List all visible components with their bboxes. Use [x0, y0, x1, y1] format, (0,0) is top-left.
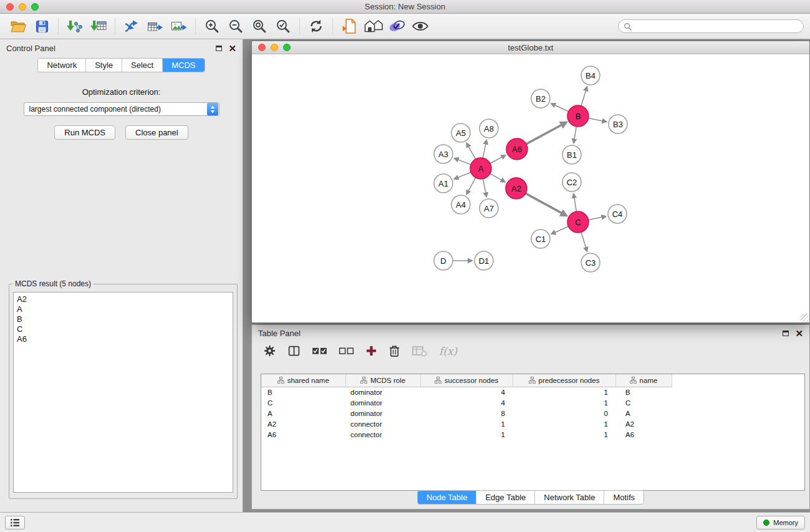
graph-node-A1[interactable]: A1	[434, 174, 453, 193]
table-row[interactable]: Cdominator41C	[261, 397, 672, 408]
mcds-result-item[interactable]: A6	[17, 334, 229, 344]
graph-node-A7[interactable]: A7	[480, 199, 498, 218]
zoom-in-button[interactable]	[200, 16, 224, 36]
save-session-button[interactable]	[30, 16, 54, 36]
filter-venn-button[interactable]	[385, 16, 408, 36]
zoom-selected-button[interactable]	[271, 16, 295, 36]
select-all-button[interactable]	[312, 346, 327, 356]
minimize-window-button[interactable]	[19, 3, 26, 11]
graph-edge-B-B3[interactable]	[589, 118, 607, 122]
open-file-button[interactable]	[6, 16, 30, 36]
search-input[interactable]	[635, 22, 798, 31]
graph-node-D[interactable]: D	[434, 251, 453, 270]
graph-edge-C-C3[interactable]	[581, 232, 587, 251]
graph-node-C2[interactable]: C2	[562, 173, 581, 191]
maximize-window-button[interactable]	[31, 3, 39, 11]
table-row[interactable]: Adominator80A	[261, 408, 672, 418]
graph-node-B3[interactable]: B3	[609, 115, 627, 133]
add-column-button[interactable]	[365, 345, 377, 357]
tab-motifs[interactable]: Motifs	[604, 491, 644, 504]
close-panel-button[interactable]: Close panel	[125, 125, 188, 140]
tab-edge-table[interactable]: Edge Table	[476, 491, 534, 504]
mcds-result-item[interactable]: C	[17, 324, 229, 334]
graph-node-B1[interactable]: B1	[562, 145, 581, 164]
graph-node-A3[interactable]: A3	[434, 145, 453, 163]
graph-edge-B-B4[interactable]	[581, 87, 587, 106]
mcds-result-item[interactable]: A	[17, 304, 229, 314]
show-hide-button[interactable]	[408, 16, 432, 36]
graph-edge-A-A4[interactable]	[466, 178, 476, 195]
graph-edge-A2-C[interactable]	[526, 193, 567, 216]
graph-node-C1[interactable]: C1	[531, 230, 550, 248]
graph-node-A8[interactable]: A8	[480, 119, 498, 138]
graph-node-A5[interactable]: A5	[451, 123, 470, 142]
graph-node-A2[interactable]: A2	[506, 178, 527, 199]
graph-node-D1[interactable]: D1	[475, 251, 493, 270]
column-header-predecessor-nodes[interactable]: predecessor nodes	[513, 374, 615, 387]
graph-edge-A-A5[interactable]	[466, 143, 475, 160]
graph-node-B4[interactable]: B4	[581, 66, 600, 85]
criterion-dropdown[interactable]: largest connected component (directed)	[24, 102, 219, 116]
open-recent-button[interactable]	[337, 16, 361, 36]
function-builder-button[interactable]: f(x)	[439, 345, 457, 357]
graph-node-A6[interactable]: A6	[506, 138, 528, 160]
export-network-button[interactable]	[120, 16, 143, 36]
export-image-button[interactable]	[167, 16, 191, 36]
table-settings-button[interactable]	[263, 344, 276, 357]
import-table-button[interactable]	[87, 16, 110, 36]
table-row[interactable]: A2connector11A2	[261, 418, 672, 429]
graph-edge-A-A6[interactable]	[490, 155, 506, 163]
column-header-successor-nodes[interactable]: successor nodes	[420, 374, 513, 387]
graph-node-B[interactable]: B	[567, 105, 589, 127]
export-table-button[interactable]	[143, 16, 167, 36]
graph-node-C3[interactable]: C3	[581, 253, 600, 272]
graph-edge-A-A7[interactable]	[483, 179, 486, 197]
graph-edge-A-A2[interactable]	[490, 173, 505, 181]
graph-node-B2[interactable]: B2	[531, 89, 550, 108]
search-box[interactable]	[618, 19, 804, 33]
import-network-button[interactable]	[63, 16, 87, 36]
network-window-titlebar[interactable]: testGlobe.txt	[252, 41, 809, 54]
node-table-container[interactable]: shared name MCDS role successor nodes pr…	[261, 374, 805, 491]
graph-node-C[interactable]: C	[567, 211, 589, 233]
tab-network[interactable]: Network	[38, 59, 85, 72]
mcds-result-item[interactable]: A2	[17, 294, 229, 304]
deselect-all-button[interactable]	[339, 346, 354, 356]
tab-mcds[interactable]: MCDS	[162, 59, 204, 72]
delete-table-button[interactable]	[412, 345, 428, 357]
home-views-button[interactable]	[361, 16, 385, 36]
column-header-shared-name[interactable]: shared name	[261, 374, 345, 387]
graph-edge-A-A1[interactable]	[455, 172, 471, 179]
graph-edge-B-B1[interactable]	[574, 127, 576, 143]
float-panel-icon[interactable]	[216, 46, 222, 51]
show-column-button[interactable]	[287, 344, 301, 357]
graph-node-C4[interactable]: C4	[608, 205, 627, 223]
window-resize-grip[interactable]	[801, 314, 809, 322]
close-panel-icon[interactable]: ✕	[228, 46, 236, 52]
zoom-out-button[interactable]	[224, 16, 248, 36]
network-maximize-button[interactable]	[283, 44, 291, 51]
graph-node-A4[interactable]: A4	[451, 195, 470, 214]
graph-edge-C-C4[interactable]	[589, 216, 606, 220]
delete-column-button[interactable]	[388, 344, 400, 357]
graph-node-A[interactable]: A	[470, 158, 491, 179]
float-table-panel-icon[interactable]	[783, 331, 789, 336]
close-table-panel-icon[interactable]: ✕	[795, 331, 803, 337]
graph-edge-A-A3[interactable]	[455, 158, 471, 165]
graph-edge-C-C2[interactable]	[574, 194, 577, 211]
graph-edge-A-A8[interactable]	[483, 140, 486, 158]
graph-edge-C-C1[interactable]	[551, 226, 568, 234]
memory-button[interactable]: Memory	[756, 516, 805, 530]
run-mcds-button[interactable]: Run MCDS	[54, 125, 115, 140]
mcds-result-list[interactable]: A2ABCA6	[13, 292, 233, 493]
graph-edge-A6-B[interactable]	[526, 122, 567, 144]
close-window-button[interactable]	[6, 3, 14, 11]
mcds-result-item[interactable]: B	[17, 314, 229, 324]
zoom-fit-button[interactable]	[248, 16, 271, 36]
network-close-button[interactable]	[258, 44, 266, 51]
tab-style[interactable]: Style	[85, 59, 122, 72]
table-row[interactable]: A6connector11A6	[261, 429, 672, 440]
tab-node-table[interactable]: Node Table	[418, 491, 476, 504]
column-header-mcds-role[interactable]: MCDS role	[345, 374, 420, 387]
task-history-button[interactable]	[5, 516, 25, 530]
